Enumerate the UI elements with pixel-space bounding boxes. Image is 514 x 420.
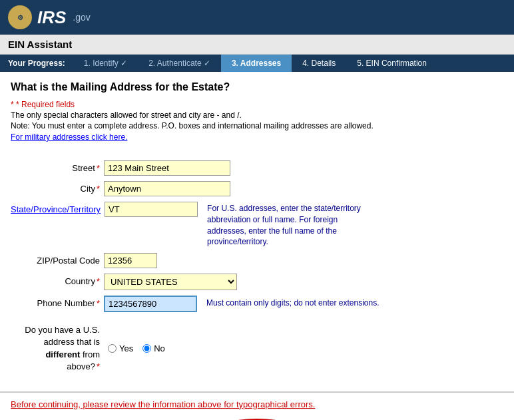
country-row: Country* UNITED STATES CANADA MEXICO OTH… — [11, 274, 503, 290]
country-select[interactable]: UNITED STATES CANADA MEXICO OTHER — [104, 274, 237, 290]
zip-row: ZIP/Postal Code — [11, 253, 503, 268]
military-link[interactable]: For military addresses click here. — [11, 132, 127, 142]
review-notice: Before continuing, please review the inf… — [0, 392, 514, 416]
country-label: Country* — [11, 274, 104, 286]
radio-no-input[interactable] — [142, 344, 151, 353]
address-form: Street* City* State/Province/Territory F… — [11, 160, 503, 312]
required-star: * — [11, 100, 14, 109]
city-input[interactable] — [104, 181, 230, 196]
radio-yes-input[interactable] — [108, 344, 117, 353]
progress-steps: 1. Identify ✓ 2. Authenticate ✓ 3. Addre… — [73, 55, 514, 72]
different-address-section: Do you have a U.S.address that isdiffere… — [11, 324, 503, 373]
po-box-note: Note: You must enter a complete address.… — [11, 121, 503, 130]
street-input[interactable] — [104, 160, 230, 176]
review-notice-emphasis: typographical errors — [236, 399, 313, 409]
phone-input[interactable] — [104, 296, 197, 312]
different-address-options: Yes No — [108, 343, 165, 353]
step-authenticate[interactable]: 2. Authenticate ✓ — [138, 55, 221, 72]
different-address-row: Do you have a U.S.address that isdiffere… — [11, 324, 503, 373]
street-row: Street* — [11, 160, 503, 176]
phone-label: Phone Number* — [11, 296, 104, 308]
gov-suffix: .gov — [73, 12, 90, 23]
page-title-bar: EIN Assistant — [0, 35, 514, 55]
radio-no-label: No — [154, 343, 165, 353]
step-identify[interactable]: 1. Identify ✓ — [73, 55, 138, 72]
phone-hint: Must contain only digits; do not enter e… — [206, 296, 379, 308]
different-address-question: Do you have a U.S.address that isdiffere… — [11, 324, 104, 373]
site-header: ⚙ IRS .gov — [0, 0, 514, 35]
zip-label: ZIP/Postal Code — [11, 253, 104, 266]
irs-logo: ⚙ IRS .gov — [8, 5, 91, 29]
radio-no-option[interactable]: No — [142, 343, 165, 353]
city-row: City* — [11, 181, 503, 196]
irs-wordmark: IRS — [37, 7, 66, 28]
irs-seal-icon: ⚙ — [8, 5, 32, 29]
state-label: State/Province/Territory — [11, 202, 105, 214]
city-label: City* — [11, 181, 104, 194]
radio-yes-label: Yes — [119, 343, 133, 353]
street-label: Street* — [11, 160, 104, 173]
page-heading: What is the Mailing Address for the Esta… — [11, 81, 503, 93]
zip-input[interactable] — [104, 253, 157, 268]
state-hint: For U.S. addresses, enter the state/terr… — [207, 202, 374, 248]
state-input[interactable] — [105, 202, 198, 217]
required-label: * Required fields — [16, 100, 75, 109]
radio-yes-option[interactable]: Yes — [108, 343, 133, 353]
special-chars-note: The only special characters allowed for … — [11, 110, 503, 120]
phone-row: Phone Number* Must contain only digits; … — [11, 296, 503, 312]
step-confirmation[interactable]: 5. EIN Confirmation — [346, 55, 437, 72]
state-province-link[interactable]: State/Province/Territory — [11, 204, 101, 214]
step-details[interactable]: 4. Details — [292, 55, 346, 72]
main-content: What is the Mailing Address for the Esta… — [0, 72, 514, 391]
required-note: * * Required fields — [11, 100, 503, 109]
ein-assistant-title: EIN Assistant — [8, 39, 72, 50]
state-row: State/Province/Territory For U.S. addres… — [11, 202, 503, 248]
step-addresses[interactable]: 3. Addresses — [221, 55, 292, 72]
progress-label: Your Progress: — [0, 55, 73, 72]
progress-bar: Your Progress: 1. Identify ✓ 2. Authenti… — [0, 55, 514, 72]
button-area: Continue >> — [0, 416, 514, 420]
